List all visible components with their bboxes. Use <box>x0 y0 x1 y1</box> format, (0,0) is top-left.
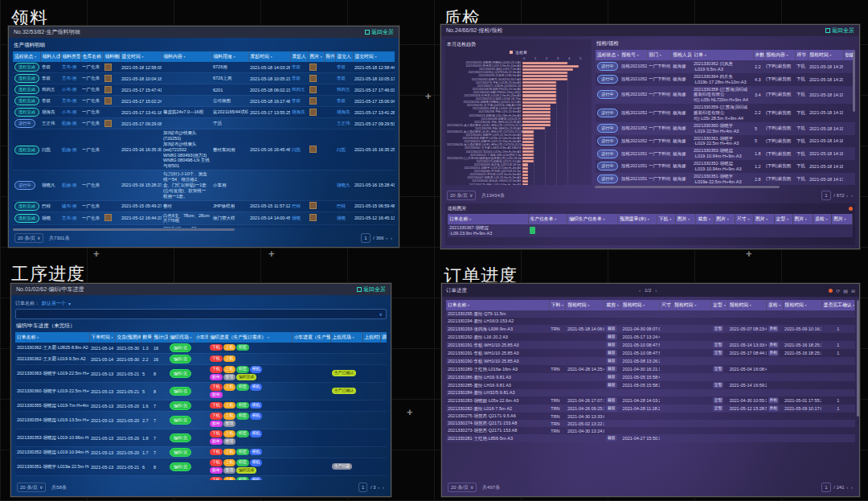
column-header[interactable]: 报检人员▼ <box>671 50 692 60</box>
stage-chip[interactable]: 质检 <box>768 350 780 356</box>
knit-status-badge[interactable]: 编织-完 <box>170 433 191 442</box>
filter-icon[interactable]: ▼ <box>637 54 639 57</box>
column-header[interactable]: 上机现场▼ <box>330 332 362 343</box>
material-type-link[interactable]: 主布-用 <box>62 98 76 103</box>
table-row[interactable]: 2021330350·胡晓宇·L019a·22.54m·H+4m·A32021-… <box>15 476 387 481</box>
order-select[interactable]: ∨ <box>15 309 387 319</box>
stage-tag[interactable]: 生产已确认 <box>332 370 356 377</box>
table-row[interactable]: 2021330285·嘉恒·LH16·9.81 A3裁剪2021-05-05 1… <box>446 381 855 389</box>
starter-link[interactable]: 韩四五 <box>292 87 305 92</box>
stage-tag[interactable]: 编织完成 <box>236 467 256 474</box>
table-row[interactable]: 2021330295·嘉恒·Q79·11.5m <box>446 310 855 318</box>
column-header[interactable]: 编织生产任务单▼ <box>567 214 618 224</box>
material-photo-thumbnail[interactable] <box>104 120 112 127</box>
material-table-scroll[interactable]: 流程状态▼领料人(发起人)▼领料类型▼仓库名称▼领料物图▼提交时间▼领料内容▼领… <box>13 51 395 228</box>
stage-chip[interactable]: 质检 <box>768 405 780 412</box>
filter-icon[interactable]: ▼ <box>270 55 272 59</box>
stage-tag[interactable]: 织造 <box>236 384 249 391</box>
filter-icon[interactable]: ▼ <box>786 54 788 57</box>
current-page[interactable]: 1 <box>358 483 367 492</box>
column-header[interactable]: 流程状态▼ <box>13 51 40 62</box>
filter-icon[interactable]: ▼ <box>34 55 36 59</box>
material-photo-thumbnail[interactable] <box>104 97 112 105</box>
knit-status-badge[interactable]: 编织-完 <box>170 343 191 352</box>
material-type-link[interactable]: 辅布-用 <box>62 203 76 208</box>
filter-icon[interactable]: ▼ <box>749 304 751 307</box>
column-header[interactable]: 仓库名称▼ <box>80 51 103 62</box>
table-row[interactable]: 2021330289·王红艳·L016a·16m·A3TRN2021-04-28… <box>446 365 855 373</box>
table-row[interactable]: 2021330352·胡晓霞·L019·10.94m·H+9m·A32021-0… <box>15 447 387 458</box>
filter-icon[interactable]: ▼ <box>233 55 235 59</box>
submitter-link[interactable]: 胡海亮 <box>337 109 350 114</box>
table-row[interactable]: 2021330275·胡慧杰·Q2171·9.5 A6TRN2021-04-30… <box>446 413 855 420</box>
filter-icon[interactable]: ▼ <box>747 218 750 221</box>
column-header[interactable]: 报检时间▼ <box>727 300 766 310</box>
filter-icon[interactable]: ▼ <box>375 55 377 59</box>
table-row[interactable]: 2021330286·嘉恒·LH16·9.81 A3裁剪2021-05-05 1… <box>446 373 855 381</box>
knit-status-badge[interactable]: 编织-完 <box>170 369 191 378</box>
window-icon[interactable]: ▤ <box>843 288 848 294</box>
vertical-scrollbar[interactable] <box>853 51 855 112</box>
stage-tag[interactable]: 下机 <box>210 402 223 409</box>
table-row[interactable]: 进行中报检20210525一厂下料组杨海娜2021330362·日风意·L019… <box>596 60 855 73</box>
column-header[interactable]: 订单▼ <box>692 50 753 60</box>
table-row[interactable]: 流程完成巴特辅布-用一厂仓库2021-05-15 05:49:27整经JHP做样… <box>13 200 395 211</box>
photo-thumbnail[interactable] <box>309 75 317 82</box>
stage-tag[interactable]: 验布 <box>210 374 223 381</box>
column-header[interactable]: 部门▼ <box>647 50 671 60</box>
column-header[interactable]: 下料▼ <box>549 300 566 310</box>
column-header[interactable]: 定型▼ <box>774 214 792 224</box>
column-header[interactable]: 领料内容▼ <box>162 51 211 62</box>
stage-tag[interactable]: 上机 <box>223 402 236 409</box>
order-table-scroll[interactable]: 订单名称▼下料▼报检时间▼裁剪▼报检时间▼尺寸▼报检时间▼定型▼报检时间▼质检▼… <box>446 300 855 480</box>
column-header[interactable]: 订单名称▼ <box>446 300 549 310</box>
stage-tag[interactable]: 整理 <box>223 421 236 428</box>
table-row[interactable]: 进行中报检20210518一厂下料组杨海娜2021330352·胡晓霞·L019… <box>596 160 855 173</box>
back-to-overview-button[interactable]: 返回全景 <box>357 285 386 294</box>
prev-page-icon[interactable]: ‹ <box>386 236 387 240</box>
filter-icon[interactable]: ▼ <box>829 54 832 57</box>
knit-status-badge[interactable]: 编织-完 <box>170 401 191 410</box>
current-page[interactable]: 1 <box>361 233 370 243</box>
table-row[interactable]: 2021330355·胡晓霞·L019·7m·H+4m·A32021-05-13… <box>15 400 387 412</box>
photo-thumbnail[interactable] <box>309 86 317 93</box>
material-photo-thumbnail[interactable] <box>104 214 112 221</box>
table-row[interactable]: 流程完成韩四五小布-用一厂仓库2021-05-17 15:47:41620120… <box>13 84 395 96</box>
column-header[interactable]: 报检内容▼ <box>764 50 795 60</box>
status-badge[interactable]: 进行中 <box>597 175 618 183</box>
stage-tag[interactable]: 横机 <box>250 459 263 466</box>
next-page-icon[interactable]: › <box>851 485 853 490</box>
filter-icon[interactable]: ▼ <box>320 55 322 59</box>
back-to-overview-button[interactable]: 返回全景 <box>365 28 394 36</box>
column-header[interactable]: 裁剪▼ <box>604 300 621 310</box>
table-row[interactable]: 2021330282·嘉恒·L016·7.5m·A2TRN2021-04-26 … <box>446 404 855 413</box>
material-photo-thumbnail[interactable] <box>104 75 112 82</box>
material-type-link[interactable]: 机物-用 <box>62 121 76 125</box>
starter-link[interactable]: 闫凯 <box>292 147 301 152</box>
column-header[interactable]: 图片▼ <box>832 214 853 224</box>
column-header[interactable]: 尺寸▼ <box>660 300 673 310</box>
prev-page-icon[interactable]: ‹ <box>378 485 379 490</box>
filter-icon[interactable]: ▼ <box>467 304 469 307</box>
table-row[interactable]: 2021330292·嘉恒·L16·20.2 A3裁剪2021-05-17 13… <box>446 333 855 341</box>
stage-tag[interactable]: 验布 <box>210 467 223 474</box>
current-page[interactable]: 1 <box>821 483 830 492</box>
next-page-icon[interactable]: › <box>391 236 392 240</box>
status-badge[interactable]: 流程完成 <box>14 74 39 83</box>
next-page-icon[interactable]: › <box>655 288 657 293</box>
column-header[interactable]: 发起人▼ <box>290 51 308 62</box>
stage-chip[interactable]: 裁剪 <box>606 342 617 348</box>
photo-thumbnail[interactable] <box>309 109 317 116</box>
column-header[interactable]: 预测提量(米)▼ <box>618 214 657 224</box>
stage-tag[interactable]: 上机 <box>223 459 236 466</box>
filter-icon[interactable]: ▼ <box>555 218 557 221</box>
stage-tag[interactable]: 上机 <box>223 366 236 373</box>
filter-icon[interactable]: ▼ <box>704 54 706 57</box>
filter-icon[interactable]: ▼ <box>267 336 269 339</box>
knit-status-badge[interactable]: 编织-完 <box>170 462 191 471</box>
table-row[interactable]: 2021330283·胡晓丽·L05s·22.6m·A3TRN2021-04-2… <box>446 396 855 404</box>
alert-dot-icon[interactable] <box>849 207 853 211</box>
column-header[interactable]: 质检▼ <box>813 214 832 224</box>
stage-tag[interactable]: 上机 <box>223 344 236 351</box>
status-badge[interactable]: 流程完成 <box>14 97 39 105</box>
